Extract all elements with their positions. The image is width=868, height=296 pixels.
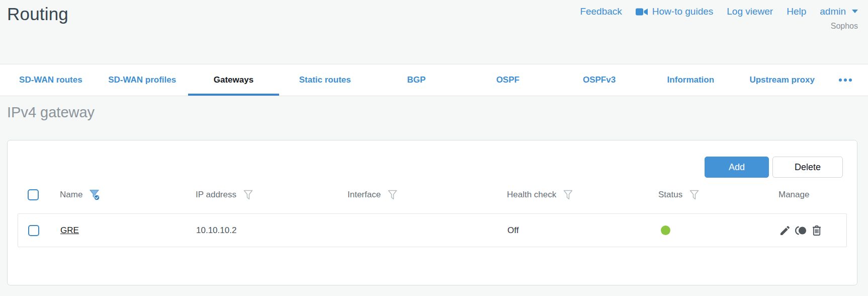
topnav-wrap: Feedback How-to guides Log viewer Help a… bbox=[580, 3, 858, 31]
page-title: Routing bbox=[7, 3, 68, 24]
section-heading: IPv4 gateway bbox=[7, 104, 868, 121]
clone-icon[interactable] bbox=[795, 225, 807, 237]
table-header-row: Name IP address Interface Health check bbox=[18, 184, 847, 205]
column-header-manage: Manage bbox=[778, 190, 847, 200]
column-header-status: Status bbox=[658, 190, 778, 200]
select-all-checkbox[interactable] bbox=[28, 189, 39, 200]
caret-down-icon bbox=[852, 10, 858, 14]
tab-static-routes[interactable]: Static routes bbox=[279, 64, 371, 96]
help-link[interactable]: Help bbox=[787, 6, 806, 17]
tab-ospfv3[interactable]: OSPFv3 bbox=[554, 64, 645, 96]
column-header-health-check: Health check bbox=[507, 190, 658, 200]
name-filter-icon-active[interactable] bbox=[90, 189, 100, 201]
page-header: Routing Feedback How-to guides Log viewe… bbox=[0, 0, 868, 64]
health-check-filter-icon[interactable] bbox=[563, 190, 573, 200]
tab-gateways[interactable]: Gateways bbox=[188, 64, 280, 96]
ip-address-filter-icon[interactable] bbox=[243, 190, 253, 200]
routing-tabbar: SD-WAN routes SD-WAN profiles Gateways S… bbox=[0, 64, 868, 96]
brand-label: Sophos bbox=[580, 22, 858, 31]
column-header-ip-address: IP address bbox=[196, 190, 348, 200]
video-camera-icon bbox=[636, 8, 648, 16]
delete-trash-icon[interactable] bbox=[811, 225, 823, 237]
tab-sd-wan-routes[interactable]: SD-WAN routes bbox=[5, 64, 97, 96]
delete-button[interactable]: Delete bbox=[772, 157, 843, 178]
edit-pencil-icon[interactable] bbox=[779, 225, 791, 237]
column-header-interface: Interface bbox=[348, 190, 507, 200]
tab-information[interactable]: Information bbox=[645, 64, 736, 96]
status-green-dot bbox=[661, 226, 670, 235]
tab-upstream-proxy[interactable]: Upstream proxy bbox=[736, 64, 828, 96]
user-menu[interactable]: admin bbox=[820, 6, 858, 17]
add-button[interactable]: Add bbox=[705, 157, 769, 178]
top-navigation: Feedback How-to guides Log viewer Help a… bbox=[580, 6, 858, 17]
feedback-link[interactable]: Feedback bbox=[580, 6, 622, 17]
table-toolbar: Add Delete bbox=[8, 140, 857, 178]
gateway-table-card: Add Delete Name IP address Interface bbox=[7, 140, 857, 285]
gateway-ip-address: 10.10.10.2 bbox=[196, 226, 348, 236]
column-header-name: Name bbox=[60, 189, 196, 201]
manage-actions bbox=[779, 225, 846, 237]
tab-sd-wan-profiles[interactable]: SD-WAN profiles bbox=[97, 64, 188, 96]
ellipsis-icon bbox=[839, 79, 842, 82]
table-row: GRE 10.10.10.2 Off bbox=[18, 213, 847, 247]
tab-bgp[interactable]: BGP bbox=[371, 64, 462, 96]
tab-ospf[interactable]: OSPF bbox=[462, 64, 554, 96]
status-filter-icon[interactable] bbox=[689, 190, 699, 200]
gateway-name-link[interactable]: GRE bbox=[60, 226, 79, 235]
more-tabs-button[interactable] bbox=[828, 64, 863, 96]
gateway-health-check: Off bbox=[507, 226, 659, 236]
row-checkbox[interactable] bbox=[28, 225, 39, 236]
log-viewer-link[interactable]: Log viewer bbox=[727, 6, 773, 17]
interface-filter-icon[interactable] bbox=[388, 190, 397, 200]
how-to-guides-link[interactable]: How-to guides bbox=[636, 6, 713, 17]
